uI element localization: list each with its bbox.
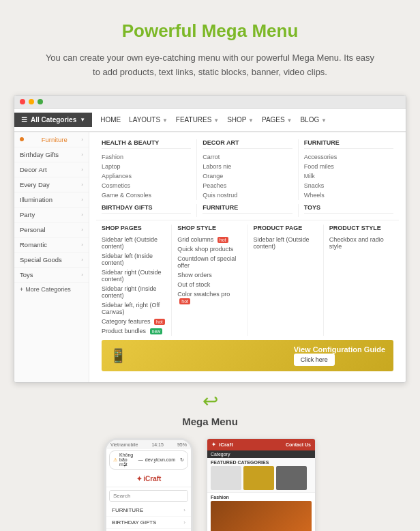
nav-links: HOME LAYOUTS ▼ FEATURES ▼ SHOP ▼ PAGES ▼… bbox=[92, 116, 335, 124]
menu-label: FURNITURE bbox=[112, 507, 143, 513]
nav-shop[interactable]: SHOP ▼ bbox=[227, 116, 254, 124]
url-domain2: dev.ytcvn.com bbox=[145, 457, 175, 462]
furniture2-header-col: FURNITURE bbox=[197, 204, 298, 217]
list-item[interactable]: Fashion bbox=[102, 152, 191, 162]
sidebar-arrow: › bbox=[81, 167, 83, 173]
list-item[interactable]: Checkbox and radio style bbox=[329, 235, 393, 251]
list-item[interactable]: Orange bbox=[202, 171, 292, 181]
list-item[interactable]: Sidebar left, right (Off Canvas) bbox=[102, 300, 166, 317]
all-categories-button[interactable]: ☰ All Categories ▼ bbox=[14, 113, 92, 127]
nav-layouts[interactable]: LAYOUTS ▼ bbox=[129, 116, 168, 124]
mobile-section: Vietnamobile 14:15 95% ⚠ Không bão mật —… bbox=[14, 438, 406, 531]
sidebar-item-furniture[interactable]: Furniture › bbox=[14, 132, 89, 147]
featured-item bbox=[276, 466, 307, 490]
product-page-header: PRODUCT PAGE bbox=[254, 225, 318, 231]
all-categories-label: All Categories bbox=[31, 116, 76, 124]
sidebar-label: Personal bbox=[20, 226, 46, 233]
dropdown-main: HEALTH & BEAUTY Fashion Laptop Appliance… bbox=[89, 132, 406, 382]
list-item[interactable]: Appliances bbox=[102, 171, 191, 181]
nav-features[interactable]: FEATURES ▼ bbox=[176, 116, 219, 124]
sidebar-item-illumination[interactable]: Illumination › bbox=[14, 192, 89, 207]
list-item[interactable]: Out of stock bbox=[177, 280, 241, 289]
list-item[interactable]: Carrot bbox=[202, 152, 292, 162]
list-item[interactable]: Game & Consoles bbox=[102, 190, 191, 200]
phone-url-bar[interactable]: ⚠ Không bão mật — dev.ytcvn.com ↻ bbox=[109, 450, 188, 470]
phone-menu-decor[interactable]: DECOR ART › bbox=[106, 529, 191, 531]
decor-art-header: DECOR ART bbox=[202, 139, 292, 149]
fashion-section: Fashion bbox=[207, 493, 315, 531]
list-item[interactable]: Milk bbox=[304, 171, 393, 181]
sidebar-label: Decor Art bbox=[20, 166, 47, 173]
list-item[interactable]: Product bundles new bbox=[102, 326, 166, 336]
list-item[interactable]: Color swatches pro hot bbox=[177, 289, 241, 306]
url-domain: — bbox=[138, 457, 143, 462]
sidebar-item-personal[interactable]: Personal › bbox=[14, 223, 89, 238]
product-style-header: PRODUCT STYLE bbox=[329, 225, 393, 231]
list-item[interactable]: Sidebar left (Outside content) bbox=[254, 235, 318, 251]
right-arrow-icon: › bbox=[183, 519, 185, 526]
menu-label: BIRTHDAY GIFTS bbox=[112, 519, 156, 526]
toys-header-col: TOYS bbox=[299, 204, 399, 217]
url-text: Không bão mật bbox=[119, 453, 136, 468]
config-banner: 📱 View Configuration Guide Click here bbox=[102, 340, 393, 371]
sidebar-arrow: › bbox=[81, 212, 83, 218]
page-wrapper: Powerful Mega Menu You can create your o… bbox=[0, 0, 420, 531]
sidebar-item-birthday[interactable]: Birthday Gifts › bbox=[14, 147, 89, 162]
list-item[interactable]: Category features hot bbox=[102, 317, 166, 326]
list-item[interactable]: Peaches bbox=[202, 181, 292, 190]
time-label: 14:15 bbox=[151, 442, 164, 447]
featured-item bbox=[211, 466, 241, 490]
list-item[interactable]: Snacks bbox=[304, 181, 393, 190]
sidebar-item-romantic[interactable]: Romantic › bbox=[14, 238, 89, 253]
list-item[interactable]: Grid columns hot bbox=[177, 235, 241, 244]
sidebar-item-special[interactable]: Special Goods › bbox=[14, 253, 89, 268]
nav-pages[interactable]: PAGES ▼ bbox=[262, 116, 292, 124]
sidebar-item-party[interactable]: Party › bbox=[14, 207, 89, 223]
featured-item bbox=[243, 466, 274, 490]
battery-label: 95% bbox=[177, 442, 187, 447]
dot-orange bbox=[20, 137, 24, 141]
list-item[interactable]: Sidebar right (Inside content) bbox=[102, 284, 166, 300]
list-item[interactable]: Food miles bbox=[304, 162, 393, 171]
phone-menu-birthday[interactable]: BIRTHDAY GIFTS › bbox=[106, 517, 191, 529]
list-item[interactable]: Sidebar left (Outside content) bbox=[102, 235, 166, 251]
config-click-button[interactable]: Click here bbox=[294, 354, 335, 366]
toys-header: TOYS bbox=[304, 204, 393, 214]
phone-brand: ✦ iCraft bbox=[106, 471, 191, 487]
list-item[interactable]: Wheels bbox=[304, 190, 393, 200]
list-item[interactable]: Cosmetics bbox=[102, 181, 191, 190]
product-style-col: PRODUCT STYLE Checkbox and radio style bbox=[324, 225, 399, 336]
nav-blog[interactable]: BLOG ▼ bbox=[300, 116, 327, 124]
sidebar-arrow: › bbox=[81, 182, 83, 188]
category-label: Category bbox=[211, 452, 230, 457]
sidebar-item-toys[interactable]: Toys › bbox=[14, 268, 89, 283]
list-item[interactable]: Quick shop products bbox=[177, 244, 241, 254]
list-item[interactable]: Countdown of special offer bbox=[177, 254, 241, 270]
list-item[interactable]: Sidebar left (Inside content) bbox=[102, 251, 166, 268]
sidebar-panel: Furniture › Birthday Gifts › Decor Art ›… bbox=[14, 132, 89, 382]
plus-icon: + bbox=[20, 286, 23, 293]
list-item[interactable]: Show orders bbox=[177, 270, 241, 280]
refresh-icon[interactable]: ↻ bbox=[180, 457, 184, 463]
list-item[interactable]: Quis nostrud bbox=[202, 190, 292, 200]
sidebar-arrow: › bbox=[81, 242, 83, 248]
list-item[interactable]: Labors nie bbox=[202, 162, 292, 171]
phone-search-input[interactable] bbox=[110, 491, 188, 501]
sidebar-label: Party bbox=[20, 211, 35, 218]
shop-style-col: SHOP STYLE Grid columns hot Quick shop p… bbox=[172, 225, 247, 336]
top-columns: HEALTH & BEAUTY Fashion Laptop Appliance… bbox=[96, 139, 399, 200]
sidebar-arrow: › bbox=[81, 137, 83, 143]
new-badge: new bbox=[150, 328, 163, 334]
sidebar-item-decor[interactable]: Decor Art › bbox=[14, 162, 89, 177]
menu-icon: ☰ bbox=[21, 116, 27, 124]
more-categories[interactable]: + More Categories bbox=[14, 283, 89, 296]
nav-home[interactable]: HOME bbox=[100, 116, 121, 124]
phone-menu-furniture[interactable]: FURNITURE › bbox=[106, 504, 191, 517]
list-item[interactable]: Accessories bbox=[304, 152, 393, 162]
list-item[interactable]: Sidebar right (Outside content) bbox=[102, 268, 166, 284]
sidebar-item-everyday[interactable]: Every Day › bbox=[14, 177, 89, 192]
phone-search: 🔍 bbox=[109, 490, 188, 502]
list-item[interactable]: Laptop bbox=[102, 162, 191, 171]
sidebar-arrow: › bbox=[81, 257, 83, 263]
chevron-down-icon: ▼ bbox=[80, 117, 85, 123]
